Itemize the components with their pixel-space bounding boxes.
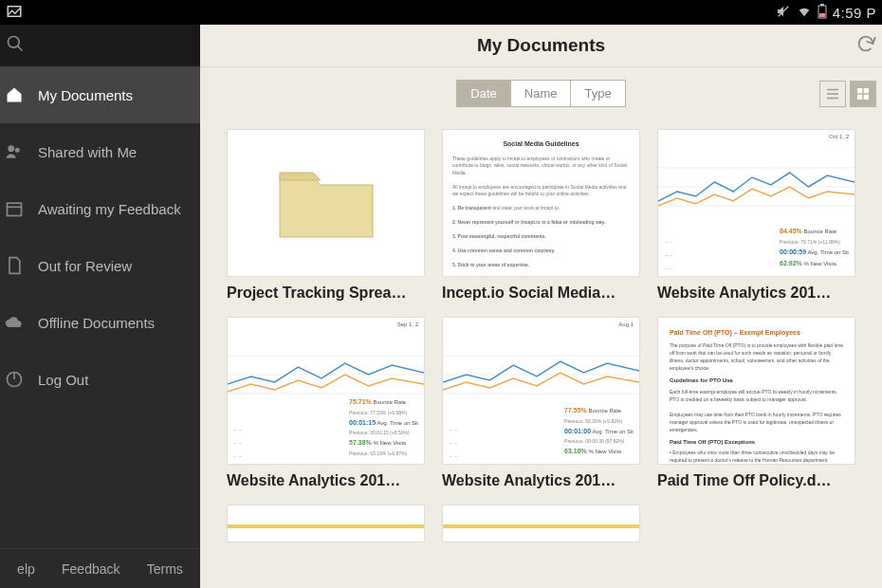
footer-help[interactable]: elp xyxy=(17,561,35,577)
image-icon xyxy=(6,3,23,23)
sidebar-item-label: My Documents xyxy=(38,87,133,103)
svg-point-7 xyxy=(8,145,14,152)
sidebar-item-label: Out for Review xyxy=(38,258,132,274)
sort-group: Date Name Type xyxy=(456,80,625,107)
page-title: My Documents xyxy=(477,35,605,56)
sidebar-item-label: Offline Documents xyxy=(38,315,155,331)
sidebar: My Documents Shared with Me Awaiting my … xyxy=(0,25,200,588)
document-title: Project Tracking Sprea… xyxy=(227,285,425,302)
calendar-icon xyxy=(4,198,25,219)
sidebar-item-label: Log Out xyxy=(38,372,88,388)
sort-type-button[interactable]: Type xyxy=(571,81,624,106)
document-card[interactable]: Social Media Guidelines These guidelines… xyxy=(442,129,640,302)
main-panel: My Documents Date Name Type xyxy=(200,25,882,588)
document-card[interactable]: Sep 1, 2 75.71% Bounce Rate Previous: 77… xyxy=(227,317,425,489)
sidebar-item-out-review[interactable]: Out for Review xyxy=(0,237,200,294)
svg-rect-0 xyxy=(8,6,21,16)
grid-view-button[interactable] xyxy=(850,81,876,107)
sort-name-button[interactable]: Name xyxy=(511,81,572,106)
document-title: Website Analytics 201… xyxy=(657,285,855,302)
document-thumbnail: Aug 1 77.55% Bounce Rate Previous: 83.20… xyxy=(442,317,640,465)
footer-feedback[interactable]: Feedback xyxy=(62,561,119,577)
document-thumbnail xyxy=(442,505,640,542)
svg-rect-18 xyxy=(857,94,862,99)
list-view-button[interactable] xyxy=(819,81,846,107)
sidebar-item-label: Awaiting my Feedback xyxy=(38,201,181,217)
sidebar-search[interactable] xyxy=(0,25,200,66)
battery-icon xyxy=(818,4,827,22)
folder-icon xyxy=(275,163,379,244)
document-card[interactable]: Oct 1, 2 84.45% Bounce Rate Previous: 79… xyxy=(657,129,855,302)
sidebar-footer: elp Feedback Terms xyxy=(0,548,200,588)
users-icon xyxy=(4,141,25,162)
svg-rect-17 xyxy=(864,88,869,93)
documents-grid[interactable]: Project Tracking Sprea… Social Media Gui… xyxy=(200,119,882,588)
refresh-button[interactable] xyxy=(855,33,876,58)
sidebar-item-awaiting[interactable]: Awaiting my Feedback xyxy=(0,180,200,237)
document-card[interactable]: Paid Time Off (PTO) – Exempt Employees T… xyxy=(657,317,855,489)
svg-point-8 xyxy=(15,148,20,153)
document-thumbnail xyxy=(227,505,425,542)
document-card[interactable] xyxy=(227,505,425,542)
document-title: Website Analytics 201… xyxy=(227,472,425,489)
toolbar: Date Name Type xyxy=(200,67,882,119)
cloud-icon xyxy=(4,312,25,333)
svg-point-5 xyxy=(9,37,20,48)
footer-terms[interactable]: Terms xyxy=(147,561,183,577)
android-status-bar: 4:59 P xyxy=(0,0,882,25)
document-thumbnail: Paid Time Off (PTO) – Exempt Employees T… xyxy=(657,317,855,465)
sidebar-item-label: Shared with Me xyxy=(38,144,137,160)
file-icon xyxy=(4,255,25,276)
sidebar-item-my-documents[interactable]: My Documents xyxy=(0,66,200,123)
document-title: Paid Time Off Policy.d… xyxy=(657,472,855,489)
svg-rect-19 xyxy=(864,94,869,99)
sort-date-button[interactable]: Date xyxy=(457,81,510,106)
svg-line-6 xyxy=(18,46,23,51)
wifi-icon xyxy=(797,4,812,22)
status-time: 4:59 P xyxy=(833,5,876,21)
document-title: Incept.io Social Media… xyxy=(442,285,640,302)
document-thumbnail: Social Media Guidelines These guidelines… xyxy=(442,129,640,277)
document-card[interactable]: Project Tracking Sprea… xyxy=(227,129,425,302)
svg-rect-9 xyxy=(8,203,22,215)
search-icon xyxy=(6,34,25,57)
mute-icon xyxy=(776,4,791,22)
home-icon xyxy=(4,84,25,105)
document-thumbnail xyxy=(227,129,425,277)
document-title: Website Analytics 201… xyxy=(442,472,640,489)
document-thumbnail: Oct 1, 2 84.45% Bounce Rate Previous: 79… xyxy=(657,129,855,277)
svg-rect-3 xyxy=(820,4,824,6)
sidebar-item-offline[interactable]: Offline Documents xyxy=(0,294,200,351)
main-header: My Documents xyxy=(200,25,882,67)
document-card[interactable] xyxy=(442,505,640,542)
document-thumbnail: Sep 1, 2 75.71% Bounce Rate Previous: 77… xyxy=(227,317,425,465)
sidebar-item-shared[interactable]: Shared with Me xyxy=(0,123,200,180)
logout-icon xyxy=(4,369,25,390)
svg-rect-16 xyxy=(857,88,862,93)
document-card[interactable]: Aug 1 77.55% Bounce Rate Previous: 83.20… xyxy=(442,317,640,489)
svg-rect-4 xyxy=(819,13,825,17)
view-group xyxy=(819,81,876,107)
sidebar-item-logout[interactable]: Log Out xyxy=(0,351,200,408)
